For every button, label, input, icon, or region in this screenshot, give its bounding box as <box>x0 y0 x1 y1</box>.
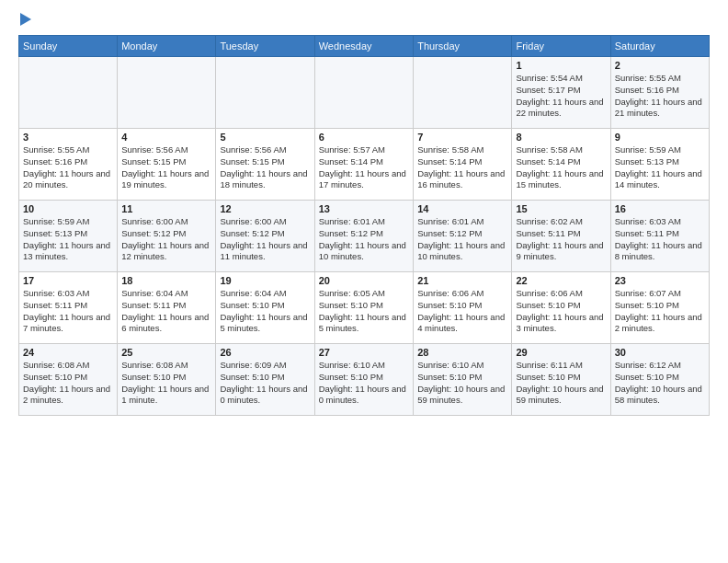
header-day: Monday <box>118 36 216 57</box>
day-number: 3 <box>23 132 113 143</box>
day-number: 16 <box>615 203 705 214</box>
day-info: Sunrise: 6:08 AMSunset: 5:10 PMDaylight:… <box>23 360 113 407</box>
day-number: 17 <box>23 275 113 286</box>
calendar-cell: 8Sunrise: 5:58 AMSunset: 5:14 PMDaylight… <box>512 129 610 201</box>
calendar-cell: 28Sunrise: 6:10 AMSunset: 5:10 PMDayligh… <box>414 344 512 416</box>
calendar-week: 1Sunrise: 5:54 AMSunset: 5:17 PMDaylight… <box>19 57 710 129</box>
day-number: 10 <box>23 203 113 214</box>
calendar: SundayMondayTuesdayWednesdayThursdayFrid… <box>18 35 710 416</box>
calendar-cell: 16Sunrise: 6:03 AMSunset: 5:11 PMDayligh… <box>610 201 709 272</box>
day-info: Sunrise: 6:04 AMSunset: 5:10 PMDaylight:… <box>220 288 310 335</box>
calendar-week: 24Sunrise: 6:08 AMSunset: 5:10 PMDayligh… <box>19 344 710 416</box>
day-number: 1 <box>516 60 606 71</box>
day-number: 4 <box>121 132 211 143</box>
day-info: Sunrise: 5:55 AMSunset: 5:16 PMDaylight:… <box>615 73 705 120</box>
day-number: 28 <box>417 347 507 358</box>
calendar-cell: 2Sunrise: 5:55 AMSunset: 5:16 PMDaylight… <box>610 57 709 129</box>
day-info: Sunrise: 6:09 AMSunset: 5:10 PMDaylight:… <box>220 360 310 407</box>
day-number: 29 <box>516 347 606 358</box>
day-info: Sunrise: 5:59 AMSunset: 5:13 PMDaylight:… <box>23 216 113 263</box>
logo-triangle-icon <box>20 13 31 26</box>
day-number: 13 <box>319 203 409 214</box>
day-info: Sunrise: 6:04 AMSunset: 5:11 PMDaylight:… <box>121 288 211 335</box>
day-number: 27 <box>319 347 409 358</box>
calendar-cell: 20Sunrise: 6:05 AMSunset: 5:10 PMDayligh… <box>314 272 413 344</box>
calendar-cell: 10Sunrise: 5:59 AMSunset: 5:13 PMDayligh… <box>19 201 118 272</box>
day-info: Sunrise: 6:00 AMSunset: 5:12 PMDaylight:… <box>121 216 211 263</box>
day-info: Sunrise: 6:03 AMSunset: 5:11 PMDaylight:… <box>615 216 705 263</box>
day-number: 30 <box>615 347 705 358</box>
calendar-cell: 14Sunrise: 6:01 AMSunset: 5:12 PMDayligh… <box>414 201 512 272</box>
header-day: Saturday <box>610 36 709 57</box>
day-number: 15 <box>516 203 606 214</box>
calendar-cell: 23Sunrise: 6:07 AMSunset: 5:10 PMDayligh… <box>610 272 709 344</box>
day-info: Sunrise: 6:06 AMSunset: 5:10 PMDaylight:… <box>417 288 507 335</box>
calendar-cell <box>19 57 118 129</box>
calendar-cell: 7Sunrise: 5:58 AMSunset: 5:14 PMDaylight… <box>414 129 512 201</box>
day-number: 26 <box>220 347 310 358</box>
day-number: 24 <box>23 347 113 358</box>
calendar-cell: 12Sunrise: 6:00 AMSunset: 5:12 PMDayligh… <box>216 201 314 272</box>
day-info: Sunrise: 6:05 AMSunset: 5:10 PMDaylight:… <box>319 288 409 335</box>
calendar-cell: 3Sunrise: 5:55 AMSunset: 5:16 PMDaylight… <box>19 129 118 201</box>
day-number: 5 <box>220 132 310 143</box>
day-info: Sunrise: 5:58 AMSunset: 5:14 PMDaylight:… <box>417 144 507 191</box>
day-number: 8 <box>516 132 606 143</box>
calendar-cell: 9Sunrise: 5:59 AMSunset: 5:13 PMDaylight… <box>610 129 709 201</box>
calendar-cell <box>414 57 512 129</box>
calendar-cell: 11Sunrise: 6:00 AMSunset: 5:12 PMDayligh… <box>118 201 216 272</box>
calendar-cell: 21Sunrise: 6:06 AMSunset: 5:10 PMDayligh… <box>414 272 512 344</box>
day-number: 2 <box>615 60 705 71</box>
calendar-cell: 5Sunrise: 5:56 AMSunset: 5:15 PMDaylight… <box>216 129 314 201</box>
calendar-week: 3Sunrise: 5:55 AMSunset: 5:16 PMDaylight… <box>19 129 710 201</box>
calendar-cell <box>216 57 314 129</box>
calendar-header: SundayMondayTuesdayWednesdayThursdayFrid… <box>19 36 710 57</box>
day-number: 18 <box>121 275 211 286</box>
day-number: 7 <box>417 132 507 143</box>
day-number: 14 <box>417 203 507 214</box>
day-info: Sunrise: 5:58 AMSunset: 5:14 PMDaylight:… <box>516 144 606 191</box>
calendar-cell <box>118 57 216 129</box>
day-info: Sunrise: 5:59 AMSunset: 5:13 PMDaylight:… <box>615 144 705 191</box>
calendar-cell: 15Sunrise: 6:02 AMSunset: 5:11 PMDayligh… <box>512 201 610 272</box>
header-row: SundayMondayTuesdayWednesdayThursdayFrid… <box>19 36 710 57</box>
day-number: 20 <box>319 275 409 286</box>
day-number: 25 <box>121 347 211 358</box>
header-day: Friday <box>512 36 610 57</box>
header-day: Tuesday <box>216 36 314 57</box>
day-info: Sunrise: 6:02 AMSunset: 5:11 PMDaylight:… <box>516 216 606 263</box>
day-number: 6 <box>319 132 409 143</box>
header-day: Sunday <box>19 36 118 57</box>
day-number: 11 <box>121 203 211 214</box>
logo <box>18 15 31 26</box>
day-number: 9 <box>615 132 705 143</box>
calendar-cell: 26Sunrise: 6:09 AMSunset: 5:10 PMDayligh… <box>216 344 314 416</box>
day-info: Sunrise: 6:12 AMSunset: 5:10 PMDaylight:… <box>615 360 705 407</box>
calendar-cell: 19Sunrise: 6:04 AMSunset: 5:10 PMDayligh… <box>216 272 314 344</box>
calendar-week: 17Sunrise: 6:03 AMSunset: 5:11 PMDayligh… <box>19 272 710 344</box>
day-info: Sunrise: 5:56 AMSunset: 5:15 PMDaylight:… <box>220 144 310 191</box>
day-info: Sunrise: 6:08 AMSunset: 5:10 PMDaylight:… <box>121 360 211 407</box>
calendar-cell: 24Sunrise: 6:08 AMSunset: 5:10 PMDayligh… <box>19 344 118 416</box>
calendar-cell: 6Sunrise: 5:57 AMSunset: 5:14 PMDaylight… <box>314 129 413 201</box>
calendar-cell: 25Sunrise: 6:08 AMSunset: 5:10 PMDayligh… <box>118 344 216 416</box>
day-number: 12 <box>220 203 310 214</box>
day-info: Sunrise: 6:01 AMSunset: 5:12 PMDaylight:… <box>417 216 507 263</box>
calendar-cell: 30Sunrise: 6:12 AMSunset: 5:10 PMDayligh… <box>610 344 709 416</box>
day-info: Sunrise: 5:54 AMSunset: 5:17 PMDaylight:… <box>516 73 606 120</box>
day-number: 19 <box>220 275 310 286</box>
day-info: Sunrise: 5:57 AMSunset: 5:14 PMDaylight:… <box>319 144 409 191</box>
day-info: Sunrise: 5:55 AMSunset: 5:16 PMDaylight:… <box>23 144 113 191</box>
day-info: Sunrise: 6:11 AMSunset: 5:10 PMDaylight:… <box>516 360 606 407</box>
calendar-cell: 17Sunrise: 6:03 AMSunset: 5:11 PMDayligh… <box>19 272 118 344</box>
calendar-cell: 4Sunrise: 5:56 AMSunset: 5:15 PMDaylight… <box>118 129 216 201</box>
day-info: Sunrise: 6:00 AMSunset: 5:12 PMDaylight:… <box>220 216 310 263</box>
day-info: Sunrise: 5:56 AMSunset: 5:15 PMDaylight:… <box>121 144 211 191</box>
day-info: Sunrise: 6:07 AMSunset: 5:10 PMDaylight:… <box>615 288 705 335</box>
calendar-cell: 1Sunrise: 5:54 AMSunset: 5:17 PMDaylight… <box>512 57 610 129</box>
day-number: 22 <box>516 275 606 286</box>
day-number: 23 <box>615 275 705 286</box>
calendar-cell: 22Sunrise: 6:06 AMSunset: 5:10 PMDayligh… <box>512 272 610 344</box>
day-info: Sunrise: 6:10 AMSunset: 5:10 PMDaylight:… <box>417 360 507 407</box>
day-info: Sunrise: 6:10 AMSunset: 5:10 PMDaylight:… <box>319 360 409 407</box>
